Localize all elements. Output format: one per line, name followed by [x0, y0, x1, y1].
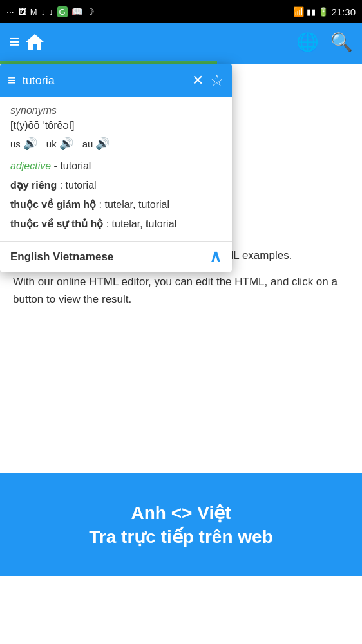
image-icon: 🖼 — [18, 7, 26, 17]
status-icons-right: 📶 ▮▮ 🔋 21:30 — [293, 6, 356, 17]
nav-bar-left: ≡ — [9, 32, 45, 52]
popup-header: ≡ ✕ ☆ — [0, 64, 232, 97]
download-icon: ↓ — [41, 7, 46, 17]
green-app-icon: G — [57, 6, 68, 17]
definition-4: thuộc về sự thủ hộ : tutelar, tutorial — [10, 216, 222, 232]
status-bar: ··· 🖼 M ↓ ↓ G 📖 ☽ 📶 ▮▮ 🔋 21:30 — [0, 0, 362, 23]
dictionary-popup: ≡ ✕ ☆ synonyms [t(y)ōō ˈtôrēəl] us 🔊 uk … — [0, 64, 232, 272]
def3-bold: thuộc về giám hộ — [10, 199, 96, 210]
uk-label: uk — [46, 138, 57, 149]
definition-1: adjective - tutorial — [10, 158, 222, 174]
globe-icon[interactable]: 🌐 — [296, 32, 319, 53]
uk-audio-btn[interactable]: uk 🔊 — [46, 137, 73, 151]
audio-row: us 🔊 uk 🔊 au 🔊 — [10, 137, 222, 151]
banner-line2: Tra trực tiếp trên web — [89, 526, 273, 547]
phonetic-text: [t(y)ōō ˈtôrēəl] — [10, 119, 222, 131]
battery-icon: 🔋 — [318, 7, 329, 17]
au-audio-btn[interactable]: au 🔊 — [82, 137, 110, 151]
def2-text: : tutorial — [60, 180, 97, 191]
moon-icon: ☽ — [86, 6, 95, 17]
notification-icon: ··· — [6, 6, 14, 17]
def4-text: : tutelar, tutorial — [106, 218, 176, 229]
au-speaker-icon: 🔊 — [95, 137, 110, 151]
download2-icon: ↓ — [49, 7, 53, 17]
def4-bold: thuộc về sự thủ hộ — [10, 218, 103, 229]
book-icon: 📖 — [71, 6, 82, 17]
wifi-icon: 📶 — [293, 6, 304, 17]
definition-2: dạy riêng : tutorial — [10, 178, 222, 193]
uk-speaker-icon: 🔊 — [59, 137, 73, 151]
paragraph2: With our online HTML editor, you can edi… — [13, 273, 349, 308]
status-icons-left: ··· 🖼 M ↓ ↓ G 📖 ☽ — [6, 6, 95, 17]
signal1-icon: ▮▮ — [307, 7, 316, 17]
popup-menu-icon[interactable]: ≡ — [8, 72, 16, 89]
hamburger-menu-icon[interactable]: ≡ — [9, 32, 19, 52]
us-speaker-icon: 🔊 — [23, 137, 37, 151]
us-label: us — [10, 138, 21, 149]
popup-star-icon[interactable]: ☆ — [210, 71, 224, 90]
bottom-banner: Anh <> Việt Tra trực tiếp trên web — [0, 473, 362, 576]
home-icon[interactable] — [24, 32, 45, 52]
pos-adjective: adjective — [10, 160, 51, 171]
synonyms-label: synonyms — [10, 105, 222, 117]
popup-footer[interactable]: English Vietnamese ∧ — [0, 241, 232, 272]
definition-3: thuộc về giám hộ : tutelar, tutorial — [10, 197, 222, 213]
nav-bar: ≡ 🌐 🔍 — [0, 23, 362, 61]
popup-chevron-icon[interactable]: ∧ — [209, 247, 222, 267]
def1-text: - tutorial — [54, 160, 91, 171]
au-label: au — [82, 138, 93, 149]
main-content: ML you can ur own Web rial teaches you g… — [0, 64, 362, 576]
popup-footer-label: English Vietnamese — [10, 251, 113, 263]
gmail-icon: M — [30, 7, 37, 17]
banner-line1: Anh <> Việt — [131, 502, 231, 524]
popup-close-icon[interactable]: ✕ — [192, 72, 204, 89]
nav-bar-right: 🌐 🔍 — [296, 32, 353, 53]
def3-text: : tutelar, tutorial — [99, 199, 169, 210]
time-display: 21:30 — [331, 6, 356, 17]
search-icon[interactable]: 🔍 — [330, 32, 353, 53]
def2-bold: dạy riêng — [10, 180, 57, 191]
popup-body: synonyms [t(y)ōō ˈtôrēəl] us 🔊 uk 🔊 au 🔊 — [0, 97, 232, 241]
us-audio-btn[interactable]: us 🔊 — [10, 137, 37, 151]
popup-search-input[interactable] — [23, 74, 186, 88]
